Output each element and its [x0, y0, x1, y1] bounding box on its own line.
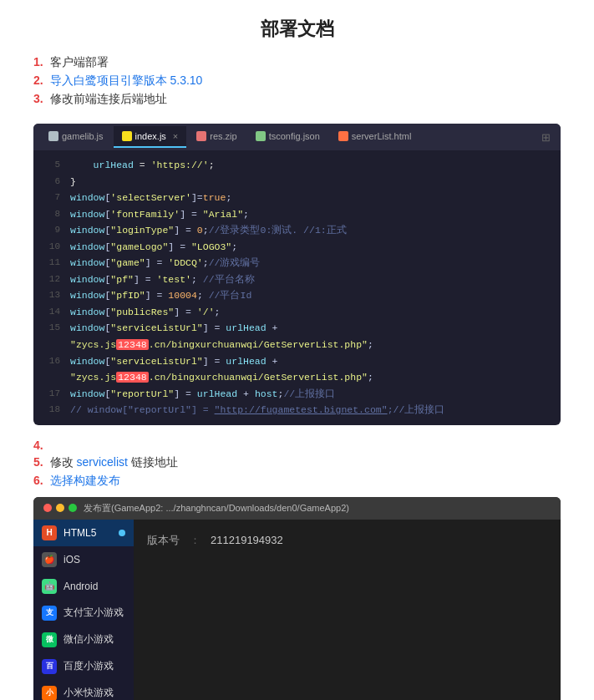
toc-label-5b: 链接地址 [131, 455, 178, 469]
code-line-10: 10 window["gameLogo"] = "LOGO3"; [43, 239, 551, 256]
version-label: 版本号 [147, 533, 180, 548]
build-sidebar: H HTML5 🍎 iOS 🤖 Android 支 支付宝小游戏 微 [33, 520, 134, 700]
xiaomi-icon: 小 [42, 686, 57, 700]
toc-label-5a: 修改 [50, 455, 77, 469]
code-line-18: 18 // window["reportUrl"] = "http://fuga… [43, 402, 551, 418]
close-icon[interactable]: × [173, 131, 178, 141]
toc-item-3: 3. 修改前端连接后端地址 [33, 92, 561, 107]
tab-serverlist[interactable]: serverList.html [330, 126, 420, 148]
toc-link-6[interactable]: 选择构建发布 [50, 474, 120, 487]
page-title: 部署文档 [33, 17, 561, 42]
alipay-icon: 支 [42, 606, 57, 621]
gamelib-icon [48, 131, 58, 141]
platform-html5[interactable]: H HTML5 [33, 520, 134, 546]
code-line-5: 5 urlHead = 'https://'; [43, 157, 551, 174]
html5-icon: H [42, 525, 57, 540]
code-editor: gamelib.js index.js × res.zip tsconfig.j… [33, 124, 561, 425]
platform-ios[interactable]: 🍎 iOS [33, 546, 134, 573]
toc-list-2: 4. 5. 修改 servicelist 链接地址 6. 选择构建发布 [33, 439, 561, 489]
platform-wechat[interactable]: 微 微信小游戏 [33, 626, 134, 653]
code-line-17: 17 window["reportUrl"] = urlHead + host;… [43, 386, 551, 403]
code-line-9: 9 window["loginType"] = 0;//登录类型0:测试. //… [43, 222, 551, 239]
toc-link-2[interactable]: 导入白鹭项目引擎版本 5.3.10 [50, 74, 203, 87]
platform-label-android: Android [63, 581, 98, 592]
editor-content: 5 urlHead = 'https://'; 6 } 7 window['se… [33, 150, 561, 425]
platform-android[interactable]: 🤖 Android [33, 573, 134, 600]
code-line-14: 14 window["publicRes"] = '/'; [43, 304, 551, 321]
platform-xiaomi[interactable]: 小 小米快游戏 [33, 680, 134, 700]
toc-num-3: 3. [33, 92, 43, 105]
more-tabs-icon[interactable]: ⊞ [538, 128, 554, 147]
toc-label-1: 客户端部署 [50, 55, 109, 68]
build-main: 版本号 ： 211219194932 [134, 520, 561, 700]
toc-num-4: 4. [33, 439, 43, 452]
tab-gamelib[interactable]: gamelib.js [40, 126, 112, 148]
code-line-11: 11 window["game"] = 'DDCQ';//游戏编号 [43, 255, 551, 271]
build-titlebar: 发布置(GameApp2: .../zhanghncan/Downloads/d… [33, 497, 561, 520]
zip-icon [196, 131, 206, 141]
tab-tsconfig[interactable]: tsconfig.json [247, 126, 328, 148]
platform-label-ios: iOS [63, 554, 80, 566]
traffic-light-green[interactable] [69, 504, 77, 512]
toc-num-5: 5. [33, 455, 43, 469]
tab-zip-label: res.zip [210, 131, 236, 141]
build-tool: 发布置(GameApp2: .../zhanghncan/Downloads/d… [33, 497, 561, 700]
toc-item-6: 6. 选择构建发布 [33, 474, 561, 489]
platform-label-alipay: 支付宝小游戏 [63, 606, 124, 620]
code-line-12: 12 window["pf"] = 'test'; //平台名称 [43, 271, 551, 288]
android-icon: 🤖 [42, 579, 57, 594]
toc-item-4: 4. [33, 439, 561, 452]
tab-res-zip[interactable]: res.zip [188, 126, 245, 148]
platform-baidu[interactable]: 百 百度小游戏 [33, 653, 134, 680]
json-icon [256, 131, 266, 141]
traffic-light-red[interactable] [43, 504, 52, 512]
js-icon [122, 131, 132, 141]
baidu-icon: 百 [42, 659, 57, 674]
code-line-16: 16 window["serviceListUrl"] = urlHead + … [43, 353, 551, 386]
platform-label-wechat: 微信小游戏 [63, 632, 114, 647]
build-body: H HTML5 🍎 iOS 🤖 Android 支 支付宝小游戏 微 [33, 520, 561, 700]
toc-label-3: 修改前端连接后端地址 [50, 92, 167, 105]
toc-num-2: 2. [33, 74, 43, 87]
ios-icon: 🍎 [42, 552, 57, 567]
traffic-light-yellow[interactable] [56, 504, 64, 512]
toc-num-1: 1. [33, 55, 43, 68]
version-value: 211219194932 [211, 534, 283, 546]
tab-gamelib-label: gamelib.js [62, 131, 104, 141]
tab-index-js[interactable]: index.js × [114, 126, 187, 148]
platform-label-html5: HTML5 [63, 527, 96, 539]
build-titlebar-text: 发布置(GameApp2: .../zhanghncan/Downloads/d… [84, 502, 349, 515]
toc-num-6: 6. [33, 474, 43, 487]
platform-alipay[interactable]: 支 支付宝小游戏 [33, 600, 134, 626]
platform-label-xiaomi: 小米快游戏 [63, 686, 114, 700]
toc-item-2: 2. 导入白鹭项目引擎版本 5.3.10 [33, 74, 561, 89]
code-line-15: 15 window["serviceListUrl"] = urlHead + … [43, 320, 551, 353]
version-colon: ： [190, 533, 201, 548]
traffic-lights [43, 504, 77, 512]
version-row: 版本号 ： 211219194932 [147, 533, 547, 548]
tab-tsconfig-label: tsconfig.json [269, 131, 320, 141]
active-indicator [119, 530, 125, 536]
tab-index-label: index.js [135, 131, 166, 141]
toc-item-5: 5. 修改 servicelist 链接地址 [33, 455, 561, 470]
page-container: 部署文档 1. 客户端部署 2. 导入白鹭项目引擎版本 5.3.10 3. 修改… [0, 0, 594, 700]
toc-link-5[interactable]: servicelist [76, 455, 127, 469]
code-line-6: 6 } [43, 174, 551, 190]
html-icon [338, 131, 348, 141]
code-line-13: 13 window["pfID"] = 10004; //平台Id [43, 287, 551, 304]
toc-list: 1. 客户端部署 2. 导入白鹭项目引擎版本 5.3.10 3. 修改前端连接后… [33, 55, 561, 107]
editor-tabs: gamelib.js index.js × res.zip tsconfig.j… [33, 124, 561, 150]
platform-label-baidu: 百度小游戏 [63, 659, 114, 673]
code-line-7: 7 window['selectServer']=true; [43, 190, 551, 206]
tab-serverlist-label: serverList.html [352, 131, 412, 141]
toc-item-1: 1. 客户端部署 [33, 55, 561, 70]
wechat-icon: 微 [42, 632, 57, 647]
code-line-8: 8 window['fontFamily'] = "Arial"; [43, 206, 551, 223]
